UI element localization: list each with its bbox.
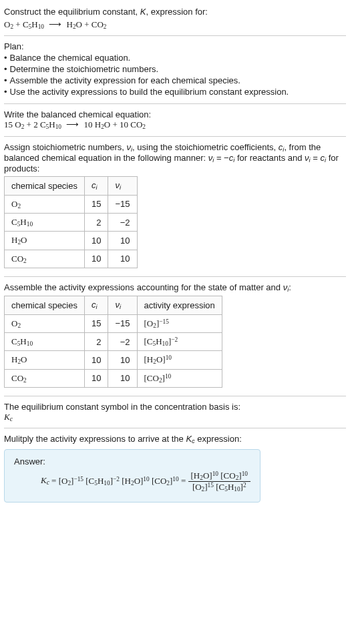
bullet-icon: • — [4, 64, 7, 74]
eq-lhs: O2 + C5H10 — [4, 19, 44, 29]
answer-label: Answer: — [14, 456, 250, 466]
final-intro: Mulitply the activity expressions to arr… — [4, 434, 346, 444]
cell-v: 10 — [108, 250, 137, 268]
col-v: νi — [108, 296, 137, 314]
fraction-denominator: [O2]15 [C5H10]2 — [188, 482, 250, 493]
eq-rhs: 10 H2O + 10 CO2 — [83, 119, 146, 129]
cell-v: 10 — [108, 232, 137, 250]
activity-table: chemical species ci νi activity expressi… — [4, 296, 222, 388]
activity-intro: Assemble the activity expressions accoun… — [4, 282, 346, 293]
col-expr: activity expression — [137, 296, 222, 314]
stoich-intro: Assign stoichiometric numbers, νi, using… — [4, 142, 346, 174]
cell-expr: [H2O]10 — [137, 351, 222, 369]
cell-c: 2 — [85, 213, 108, 231]
cell-v: −15 — [108, 195, 137, 213]
col-c: ci — [85, 177, 108, 195]
cell-expr: [CO2]10 — [137, 369, 222, 387]
answer-box: Answer: Kc = [O2]−15 [C5H10]−2 [H2O]10 [… — [4, 449, 260, 503]
cell-c: 10 — [85, 232, 108, 250]
plan-item: •Assemble the activity expression for ea… — [4, 75, 346, 85]
plan-item-text: Assemble the activity expression for eac… — [10, 75, 240, 85]
table-row: C5H10 2 −2 [C5H10]−2 — [5, 332, 222, 350]
table-row: H2O 10 10 — [5, 232, 138, 250]
balanced-section: Write the balanced chemical equation: 15… — [4, 104, 346, 136]
balanced-equation: 15 O2 + 2 C5H10 ⟶ 10 H2O + 10 CO2 — [4, 119, 346, 130]
table-row: O2 15 −15 — [5, 195, 138, 213]
unbalanced-equation: O2 + C5H10 ⟶ H2O + CO2 — [4, 19, 346, 30]
cell-species: H2O — [5, 351, 85, 369]
bullet-icon: • — [4, 53, 7, 63]
col-species: chemical species — [5, 177, 85, 195]
plan-item: •Use the activity expressions to build t… — [4, 87, 346, 97]
fraction: [H2O]10 [CO2]10 [O2]15 [C5H10]2 — [188, 470, 250, 493]
prompt-prefix: Construct the equilibrium constant, — [4, 7, 140, 17]
cell-species: O2 — [5, 314, 85, 332]
plan-item-text: Balance the chemical equation. — [10, 53, 131, 63]
cell-v: −2 — [108, 332, 137, 350]
plan-item-text: Determine the stoichiometric numbers. — [10, 64, 159, 74]
cell-species: H2O — [5, 232, 85, 250]
cell-species: C5H10 — [5, 213, 85, 231]
col-v: νi — [108, 177, 137, 195]
plan-title: Plan: — [4, 41, 346, 51]
header-section: Construct the equilibrium constant, K, e… — [4, 1, 346, 36]
stoich-table: chemical species ci νi O2 15 −15 C5H10 2… — [4, 176, 138, 268]
plan-item: •Determine the stoichiometric numbers. — [4, 64, 346, 74]
eq-lhs: 15 O2 + 2 C5H10 — [4, 119, 61, 129]
plan-section: Plan: •Balance the chemical equation. •D… — [4, 36, 346, 104]
fraction-numerator: [H2O]10 [CO2]10 — [188, 470, 250, 482]
cell-c: 15 — [85, 195, 108, 213]
table-row: C5H10 2 −2 — [5, 213, 138, 231]
final-section: Mulitply the activity expressions to arr… — [4, 428, 346, 508]
balanced-intro: Write the balanced chemical equation: — [4, 109, 346, 119]
cell-c: 15 — [85, 314, 108, 332]
stoich-section: Assign stoichiometric numbers, νi, using… — [4, 137, 346, 277]
col-species: chemical species — [5, 296, 85, 314]
table-row: CO2 10 10 [CO2]10 — [5, 369, 222, 387]
cell-c: 10 — [85, 369, 108, 387]
cell-v: 10 — [108, 369, 137, 387]
cell-c: 10 — [85, 351, 108, 369]
cell-c: 2 — [85, 332, 108, 350]
cell-expr: [C5H10]−2 — [137, 332, 222, 350]
prompt-text: Construct the equilibrium constant, K, e… — [4, 7, 346, 17]
table-row: H2O 10 10 [H2O]10 — [5, 351, 222, 369]
table-header-row: chemical species ci νi activity expressi… — [5, 296, 222, 314]
table-row: CO2 10 10 — [5, 250, 138, 268]
bullet-icon: • — [4, 75, 7, 85]
cell-v: 10 — [108, 351, 137, 369]
kc-intro-line: The equilibrium constant symbol in the c… — [4, 402, 346, 412]
plan-item-text: Use the activity expressions to build th… — [10, 87, 289, 97]
kc-symbol: Kc — [4, 412, 346, 422]
cell-species: CO2 — [5, 369, 85, 387]
col-c: ci — [85, 296, 108, 314]
reaction-arrow-icon: ⟶ — [49, 19, 61, 30]
cell-c: 10 — [85, 250, 108, 268]
table-row: O2 15 −15 [O2]−15 — [5, 314, 222, 332]
kc-expression: Kc = [O2]−15 [C5H10]−2 [H2O]10 [CO2]10 =… — [14, 470, 250, 493]
plan-item: •Balance the chemical equation. — [4, 53, 346, 63]
prompt-suffix: , expression for: — [146, 7, 208, 17]
bullet-icon: • — [4, 87, 7, 97]
cell-species: CO2 — [5, 250, 85, 268]
table-header-row: chemical species ci νi — [5, 177, 138, 195]
cell-expr: [O2]−15 — [137, 314, 222, 332]
kc-symbol-section: The equilibrium constant symbol in the c… — [4, 396, 346, 428]
cell-v: −2 — [108, 213, 137, 231]
cell-v: −15 — [108, 314, 137, 332]
reaction-arrow-icon: ⟶ — [66, 119, 79, 130]
eq-rhs: H2O + CO2 — [66, 19, 106, 29]
cell-species: O2 — [5, 195, 85, 213]
activity-section: Assemble the activity expressions accoun… — [4, 277, 346, 396]
cell-species: C5H10 — [5, 332, 85, 350]
